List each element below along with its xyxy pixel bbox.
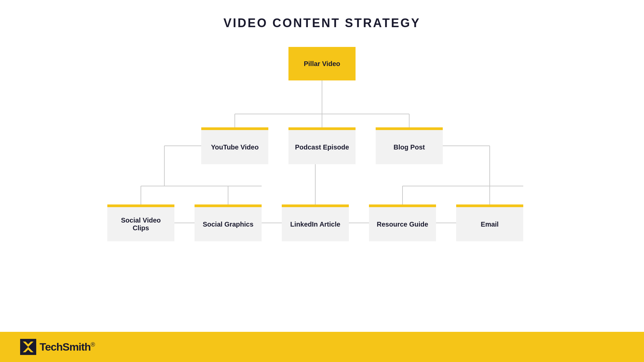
podcast-episode-node: Podcast Episode bbox=[288, 127, 356, 164]
youtube-video-label: YouTube Video bbox=[211, 143, 259, 151]
email-label: Email bbox=[481, 221, 498, 228]
social-graphics-label: Social Graphics bbox=[203, 221, 253, 228]
techsmith-logo: TechSmith® bbox=[20, 339, 95, 355]
resource-guide-node: Resource Guide bbox=[369, 204, 436, 241]
svg-rect-21 bbox=[20, 339, 36, 355]
techsmith-brand-text: TechSmith® bbox=[40, 341, 95, 353]
page-title: VIDEO CONTENT STRATEGY bbox=[0, 0, 644, 30]
linkedin-article-node: LinkedIn Article bbox=[282, 204, 349, 241]
techsmith-icon bbox=[20, 339, 36, 355]
tree: Pillar Video YouTube Video Podcast Episo… bbox=[87, 40, 557, 275]
social-video-clips-label: Social Video Clips bbox=[113, 217, 169, 232]
diagram-container: Pillar Video YouTube Video Podcast Episo… bbox=[0, 40, 644, 328]
blog-post-node: Blog Post bbox=[376, 127, 443, 164]
resource-guide-label: Resource Guide bbox=[377, 221, 428, 228]
social-video-clips-node: Social Video Clips bbox=[107, 204, 174, 241]
pillar-video-node: Pillar Video bbox=[288, 47, 356, 80]
social-graphics-node: Social Graphics bbox=[195, 204, 262, 241]
registered-symbol: ® bbox=[91, 341, 95, 348]
podcast-episode-label: Podcast Episode bbox=[295, 143, 349, 151]
pillar-video-label: Pillar Video bbox=[304, 60, 340, 68]
youtube-video-node: YouTube Video bbox=[201, 127, 268, 164]
email-node: Email bbox=[456, 204, 523, 241]
blog-post-label: Blog Post bbox=[393, 143, 425, 151]
bottom-bar: TechSmith® bbox=[0, 332, 644, 362]
linkedin-article-label: LinkedIn Article bbox=[290, 221, 340, 228]
